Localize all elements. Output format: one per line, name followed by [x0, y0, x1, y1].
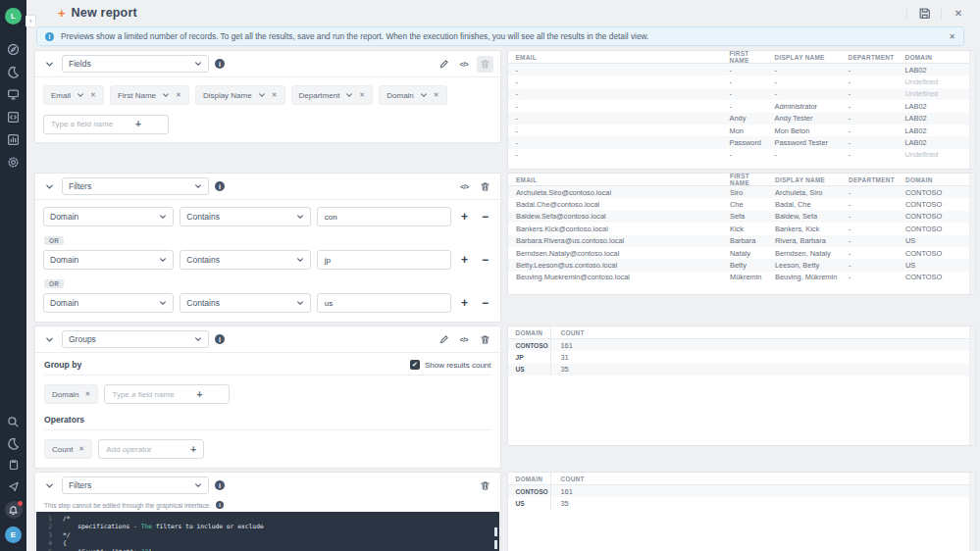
step-info-icon[interactable]: i: [215, 59, 225, 69]
add-group-field-plus-icon[interactable]: +: [196, 389, 202, 400]
group-field-input[interactable]: [112, 390, 188, 399]
chip-remove-icon[interactable]: ✕: [359, 91, 365, 99]
clipboard-icon[interactable]: [7, 458, 21, 472]
chip-chevron-icon[interactable]: [77, 91, 84, 99]
step-type-select[interactable]: Filters: [62, 177, 209, 195]
banner-dismiss-icon[interactable]: ✕: [949, 32, 955, 41]
reports-chart-icon[interactable]: [7, 132, 21, 146]
preview-scrollbar[interactable]: [969, 473, 975, 551]
filter-value-input[interactable]: jp: [317, 250, 451, 270]
chip-remove-icon[interactable]: ✕: [272, 91, 278, 99]
collapse-step-chevron-icon[interactable]: [42, 478, 56, 492]
field-chip[interactable]: Department ✕: [291, 85, 374, 105]
delete-step-icon[interactable]: [477, 178, 493, 195]
field-chip[interactable]: Display Name ✕: [195, 85, 285, 105]
chevron-down-icon: [194, 335, 202, 343]
moon-secondary-icon[interactable]: [7, 436, 21, 450]
filter-field-select[interactable]: Domain: [43, 207, 174, 226]
add-field-input[interactable]: +: [43, 115, 169, 134]
devices-monitor-icon[interactable]: [7, 87, 21, 101]
save-report-icon[interactable]: [916, 5, 932, 21]
filter-field-select[interactable]: Domain: [43, 250, 174, 270]
preview-scrollbar[interactable]: [969, 51, 975, 169]
filter-condition-row: Domain Contains us + −: [35, 290, 500, 316]
table-row: Baldew.Sefa@contoso.local Sefa Baldew, S…: [508, 211, 975, 223]
add-field-plus-icon[interactable]: +: [135, 119, 141, 129]
step-info-icon[interactable]: i: [215, 334, 225, 344]
fields-preview-table: EMAIL FIRST NAME DISPLAY NAME DEPARTMENT…: [507, 50, 977, 170]
operator-input[interactable]: [106, 445, 182, 454]
delete-step-icon[interactable]: [477, 331, 493, 348]
preview-scrollbar[interactable]: [969, 174, 975, 294]
chip-label: Domain: [52, 390, 79, 399]
workspace-avatar[interactable]: L: [5, 8, 22, 25]
notifications-bell-icon[interactable]: [5, 501, 23, 519]
col-first-name: FIRST NAME: [722, 173, 767, 186]
filter-value-input[interactable]: con: [317, 207, 451, 226]
code-editor[interactable]: 1 2 3 4 5 6 7 /* specifications - The fi…: [36, 512, 499, 551]
add-condition-icon[interactable]: +: [457, 253, 472, 267]
moon-icon[interactable]: [7, 65, 21, 78]
field-name-input[interactable]: [51, 120, 128, 128]
editor-scrollbar-handle[interactable]: [494, 540, 497, 549]
operator-chip[interactable]: Count ✕: [44, 439, 92, 459]
collapse-step-chevron-icon[interactable]: [42, 57, 56, 71]
step-type-select[interactable]: Fields: [62, 55, 209, 73]
add-group-field-input[interactable]: +: [104, 384, 230, 404]
chip-remove-icon[interactable]: ✕: [434, 91, 439, 99]
chip-chevron-icon[interactable]: [420, 91, 428, 99]
group-by-chip[interactable]: Domain ✕: [44, 384, 98, 404]
step-info-icon[interactable]: i: [215, 480, 225, 490]
filter-operator-select[interactable]: Contains: [180, 293, 310, 313]
edit-pencil-icon[interactable]: [436, 56, 452, 73]
delete-step-icon: [477, 56, 493, 73]
filter-field-select[interactable]: Domain: [43, 293, 174, 313]
add-operator-plus-icon[interactable]: +: [190, 444, 196, 455]
add-condition-icon[interactable]: +: [457, 210, 472, 224]
feedback-send-icon[interactable]: [7, 479, 21, 493]
remove-condition-icon[interactable]: −: [478, 253, 492, 267]
chip-remove-icon[interactable]: ✕: [90, 91, 96, 99]
panel-collapse-handle[interactable]: ›: [26, 15, 36, 27]
step-type-select[interactable]: Filters: [62, 476, 209, 494]
filter-operator-select[interactable]: Contains: [180, 250, 310, 270]
search-icon[interactable]: [7, 415, 21, 428]
filter-operator-select[interactable]: Contains: [180, 207, 310, 226]
settings-gear-icon[interactable]: [7, 155, 21, 169]
table-row: US 35: [508, 497, 976, 509]
close-icon[interactable]: ✕: [951, 5, 966, 21]
chip-chevron-icon[interactable]: [162, 91, 170, 99]
add-operator-input[interactable]: +: [98, 439, 204, 459]
dashboard-compass-icon[interactable]: [7, 42, 21, 56]
preview-scrollbar[interactable]: [969, 326, 975, 445]
step-type-select[interactable]: Groups: [62, 330, 209, 348]
user-avatar[interactable]: E: [5, 526, 22, 543]
editor-scrollbar[interactable]: [494, 527, 497, 536]
show-results-count-toggle[interactable]: ✔ Show results count: [410, 360, 491, 370]
code-view-icon[interactable]: </>: [456, 56, 473, 73]
scanning-code-icon[interactable]: [7, 110, 21, 124]
collapse-step-chevron-icon[interactable]: [42, 179, 56, 193]
field-chip[interactable]: First Name ✕: [110, 85, 189, 105]
remove-condition-icon[interactable]: −: [478, 296, 492, 310]
chip-chevron-icon[interactable]: [258, 91, 266, 99]
field-chip[interactable]: Domain ✕: [379, 85, 446, 105]
remove-condition-icon[interactable]: −: [478, 210, 492, 224]
chip-chevron-icon[interactable]: [345, 91, 353, 99]
note-info-icon[interactable]: i: [216, 501, 224, 509]
code-view-icon[interactable]: </>: [456, 331, 473, 348]
collapse-step-chevron-icon[interactable]: [42, 332, 56, 346]
add-condition-icon[interactable]: +: [457, 296, 472, 310]
checkbox-checked-icon[interactable]: ✔: [410, 360, 420, 370]
filters-preview-table: EMAIL FIRST NAME DISPLAY NAME DEPARTMENT…: [507, 173, 976, 295]
code-view-icon[interactable]: </>: [456, 178, 473, 195]
filter-value-input[interactable]: us: [317, 293, 451, 313]
edit-pencil-icon[interactable]: [436, 331, 452, 348]
field-chip[interactable]: Email ✕: [43, 85, 104, 105]
chip-remove-icon[interactable]: ✕: [78, 445, 84, 453]
step-info-icon[interactable]: i: [215, 181, 225, 191]
table-row: CONTOSO 161: [508, 485, 976, 497]
delete-step-icon[interactable]: [477, 477, 493, 494]
chip-remove-icon[interactable]: ✕: [85, 390, 91, 398]
chip-remove-icon[interactable]: ✕: [176, 91, 181, 99]
